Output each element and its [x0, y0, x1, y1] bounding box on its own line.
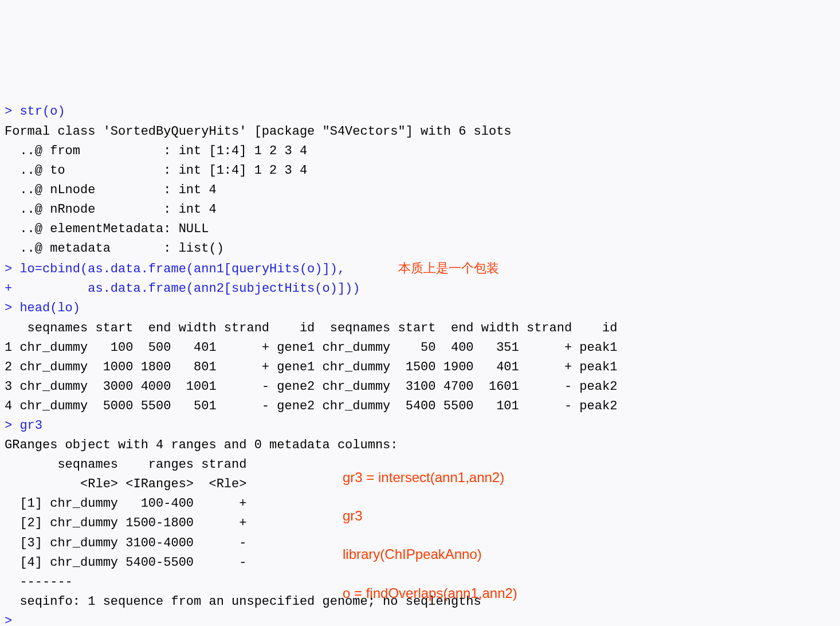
table-row: 2 chr_dummy 1000 1800 801 + gene1 chr_du…: [5, 360, 617, 374]
console-input: lo=cbind(as.data.frame(ann1[queryHits(o)…: [19, 262, 345, 276]
table-row: 3 chr_dummy 3000 4000 1001 - gene2 chr_d…: [5, 379, 617, 394]
annotation-line: o = findOverlaps(ann1,ann2): [343, 584, 609, 603]
annotation-code-block: gr3 = intersect(ann1,ann2) gr3 library(C…: [343, 448, 609, 626]
table-header: <Rle> <IRanges> <Rle>: [5, 477, 246, 491]
console-output: GRanges object with 4 ranges and 0 metad…: [5, 438, 398, 452]
r-console[interactable]: > str(o) Formal class 'SortedByQueryHits…: [5, 83, 835, 626]
annotation-line: library(ChIPpeakAnno): [343, 545, 609, 564]
annotation-line: gr3: [343, 506, 609, 526]
annotation-text: 本质上是一个包装: [398, 261, 499, 275]
prompt: >: [5, 301, 12, 315]
table-row: [1] chr_dummy 100-400 +: [5, 496, 246, 511]
annotation-line: str(o): [343, 622, 609, 626]
console-input: head(lo): [19, 301, 80, 315]
prompt: >: [5, 262, 12, 276]
table-row: [3] chr_dummy 3100-4000 -: [5, 536, 246, 550]
table-row: [4] chr_dummy 5400-5500 -: [5, 555, 246, 570]
console-output: ..@ metadata : list(): [5, 241, 224, 256]
table-row: [2] chr_dummy 1500-1800 +: [5, 516, 246, 530]
table-header: seqnames ranges strand: [5, 457, 246, 472]
console-output: ..@ to : int [1:4] 1 2 3 4: [5, 163, 307, 178]
console-output: -------: [5, 575, 73, 589]
console-output: ..@ nLnode : int 4: [5, 183, 217, 197]
table-header: seqnames start end width strand id seqna…: [5, 321, 617, 335]
console-output: Formal class 'SortedByQueryHits' [packag…: [5, 124, 512, 139]
console-output: ..@ elementMetadata: NULL: [5, 222, 209, 236]
console-input: str(o): [19, 104, 65, 119]
table-row: 4 chr_dummy 5000 5500 501 - gene2 chr_du…: [5, 399, 617, 413]
console-input: as.data.frame(ann2[subjectHits(o)])): [19, 281, 360, 296]
console-output: ..@ nRnode : int 4: [5, 202, 217, 217]
table-row: 1 chr_dummy 100 500 401 + gene1 chr_dumm…: [5, 341, 617, 355]
console-input: gr3: [19, 418, 42, 433]
continuation-prompt: +: [5, 281, 12, 296]
annotation-line: gr3 = intersect(ann1,ann2): [343, 468, 609, 487]
prompt: >: [5, 614, 12, 626]
prompt: >: [5, 418, 12, 433]
console-output: ..@ from : int [1:4] 1 2 3 4: [5, 144, 307, 158]
prompt: >: [5, 104, 12, 119]
